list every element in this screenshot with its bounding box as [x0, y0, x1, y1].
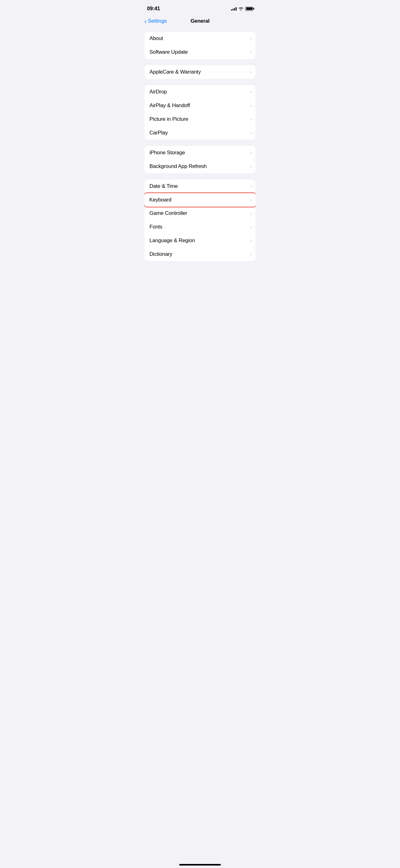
- iphone-storage-label: iPhone Storage: [149, 150, 185, 156]
- chevron-right-icon: ›: [251, 197, 252, 203]
- keyboard-highlighted-wrapper: Keyboard ›: [144, 192, 256, 207]
- list-item-airdrop[interactable]: AirDrop ›: [144, 85, 256, 99]
- back-label: Settings: [148, 18, 167, 24]
- chevron-right-icon: ›: [250, 130, 252, 135]
- signal-icon: [231, 7, 237, 10]
- chevron-right-icon: ›: [250, 211, 252, 216]
- chevron-right-icon: ›: [250, 224, 252, 229]
- chevron-right-icon: ›: [250, 50, 252, 55]
- fonts-label: Fonts: [149, 224, 163, 230]
- list-item-airplay-handoff[interactable]: AirPlay & Handoff ›: [144, 99, 256, 113]
- chevron-right-icon: ›: [250, 252, 252, 257]
- list-item-date-time[interactable]: Date & Time ›: [144, 180, 256, 193]
- background-app-refresh-label: Background App Refresh: [149, 163, 207, 169]
- chevron-right-icon: ›: [250, 103, 252, 108]
- software-update-label: Software Update: [149, 49, 188, 55]
- list-item-applecare[interactable]: AppleCare & Warranty ›: [144, 65, 256, 79]
- section-locale: Date & Time › Keyboard › Game Controller…: [144, 180, 256, 261]
- language-region-label: Language & Region: [149, 238, 195, 244]
- list-item-about[interactable]: About ›: [144, 32, 256, 45]
- applecare-label: AppleCare & Warranty: [149, 69, 201, 75]
- picture-in-picture-label: Picture in Picture: [149, 116, 188, 122]
- back-chevron-icon: ‹: [144, 18, 147, 24]
- list-item-iphone-storage[interactable]: iPhone Storage ›: [144, 146, 256, 160]
- status-icons: [231, 7, 253, 11]
- list-item-background-app-refresh[interactable]: Background App Refresh ›: [144, 160, 256, 173]
- list-item-fonts[interactable]: Fonts ›: [144, 220, 256, 234]
- keyboard-label: Keyboard: [149, 197, 171, 203]
- chevron-right-icon: ›: [250, 89, 252, 94]
- list-item-language-region[interactable]: Language & Region ›: [144, 234, 256, 247]
- section-about: About › Software Update ›: [144, 32, 256, 59]
- list-item-keyboard[interactable]: Keyboard ›: [144, 193, 256, 207]
- list-item-game-controller[interactable]: Game Controller ›: [144, 207, 256, 220]
- airplay-handoff-label: AirPlay & Handoff: [149, 102, 190, 108]
- status-time: 09:41: [147, 6, 160, 12]
- chevron-right-icon: ›: [250, 69, 252, 74]
- section-storage: iPhone Storage › Background App Refresh …: [144, 146, 256, 173]
- about-label: About: [149, 35, 163, 41]
- game-controller-label: Game Controller: [149, 210, 187, 216]
- page-title: General: [190, 18, 209, 24]
- section-applecare: AppleCare & Warranty ›: [144, 65, 256, 79]
- list-item-dictionary[interactable]: Dictionary ›: [144, 247, 256, 261]
- settings-content: About › Software Update › AppleCare & Wa…: [139, 29, 261, 270]
- chevron-right-icon: ›: [250, 238, 252, 243]
- battery-icon: [245, 7, 253, 11]
- list-item-picture-in-picture[interactable]: Picture in Picture ›: [144, 113, 256, 126]
- carplay-label: CarPlay: [149, 130, 168, 136]
- airdrop-label: AirDrop: [149, 89, 167, 95]
- list-item-carplay[interactable]: CarPlay ›: [144, 126, 256, 140]
- chevron-right-icon: ›: [250, 184, 252, 189]
- chevron-right-icon: ›: [250, 117, 252, 122]
- date-time-label: Date & Time: [149, 183, 178, 189]
- chevron-right-icon: ›: [250, 164, 252, 169]
- wifi-icon: [238, 7, 243, 10]
- status-bar: 09:41: [139, 0, 261, 16]
- section-connectivity: AirDrop › AirPlay & Handoff › Picture in…: [144, 85, 256, 140]
- chevron-right-icon: ›: [250, 36, 252, 41]
- chevron-right-icon: ›: [250, 150, 252, 155]
- back-button[interactable]: ‹ Settings: [144, 18, 167, 24]
- nav-header: ‹ Settings General: [139, 16, 261, 29]
- dictionary-label: Dictionary: [149, 251, 172, 257]
- list-item-software-update[interactable]: Software Update ›: [144, 45, 256, 59]
